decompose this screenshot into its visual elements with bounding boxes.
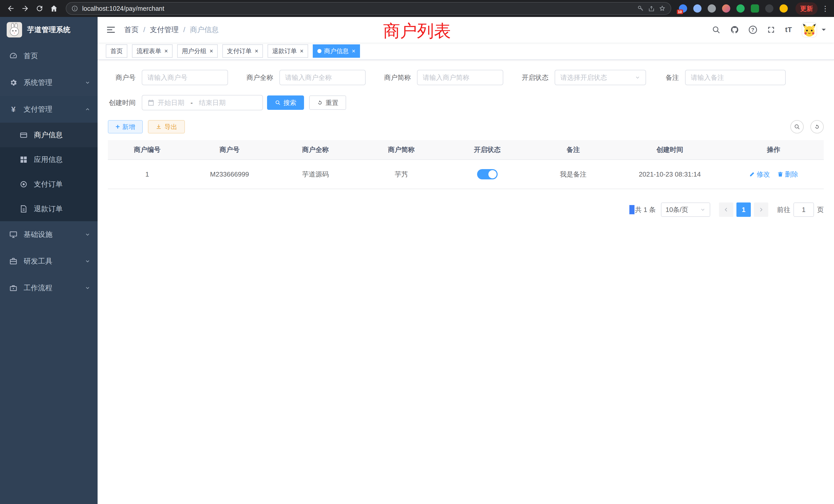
close-icon[interactable]: × (164, 48, 168, 54)
key-icon[interactable] (637, 5, 644, 12)
extension-icon-3[interactable] (708, 4, 716, 13)
merchant-name-input[interactable] (285, 74, 360, 82)
calendar-icon (147, 99, 155, 106)
extension-icon-5[interactable] (737, 4, 745, 13)
briefcase-icon (9, 284, 18, 292)
merchant-short-input[interactable] (423, 74, 498, 82)
cell-full-name: 芋道源码 (272, 160, 358, 189)
extension-icon-1[interactable]: 10 (679, 4, 687, 13)
dashboard-icon (9, 52, 18, 60)
sidebar-item-label: 系统管理 (24, 78, 52, 88)
extension-icon-2[interactable] (693, 4, 702, 13)
tab-process-form[interactable]: 流程表单× (132, 44, 173, 58)
field-label: 创建时间 (108, 98, 142, 107)
tab-label: 用户分组 (182, 47, 206, 55)
tab-user-group[interactable]: 用户分组× (177, 44, 218, 58)
column-header: 操作 (724, 140, 824, 160)
font-size-icon[interactable]: tT (785, 26, 792, 34)
breadcrumb-current: 商户信息 (190, 25, 219, 35)
status-select[interactable]: 请选择开启状态 (555, 70, 646, 85)
sidebar-item-merchant-info[interactable]: 商户信息 (0, 123, 97, 147)
help-icon[interactable]: ? (749, 26, 757, 34)
select-placeholder: 请选择开启状态 (560, 73, 607, 82)
breadcrumb-payment[interactable]: 支付管理 (150, 25, 179, 35)
sidebar-item-infrastructure[interactable]: 基础设施 (0, 221, 97, 248)
search-button[interactable]: 搜索 (267, 95, 304, 110)
close-icon[interactable]: × (255, 48, 258, 54)
refresh-icon[interactable] (810, 120, 824, 134)
sidebar-item-payment[interactable]: ¥ 支付管理 (0, 96, 97, 123)
date-range-picker[interactable]: 开始日期 - 结束日期 (142, 95, 263, 110)
sidebar-item-app-info[interactable]: 应用信息 (0, 147, 97, 172)
next-page-button[interactable] (754, 203, 768, 217)
url-text[interactable]: localhost:1024/pay/merchant (82, 5, 633, 12)
close-icon[interactable]: × (210, 48, 213, 54)
cell-create-time: 2021-10-23 08:31:14 (616, 160, 723, 189)
app-logo[interactable]: 芋道管理系统 (0, 17, 97, 43)
caret-down-icon[interactable] (822, 29, 826, 33)
export-button[interactable]: 导出 (148, 120, 185, 134)
close-icon[interactable]: × (352, 48, 355, 54)
avatar[interactable] (802, 22, 817, 38)
close-icon[interactable]: × (300, 48, 304, 54)
delete-link-label: 删除 (785, 170, 798, 179)
sidebar-item-label: 基础设施 (24, 230, 52, 239)
add-button[interactable]: + 新增 (108, 120, 143, 134)
sidebar-item-home[interactable]: 首页 (0, 43, 97, 69)
sidebar-item-label: 支付管理 (24, 105, 52, 114)
edit-link[interactable]: 修改 (749, 170, 770, 179)
home-icon[interactable] (47, 2, 61, 15)
reset-button[interactable]: 重置 (309, 95, 346, 110)
sidebar: 芋道管理系统 首页 系统管理 ¥ 支付管理 商户信息 (0, 17, 97, 504)
chevron-down-icon (85, 80, 90, 86)
extension-icon-6[interactable] (751, 4, 759, 13)
prev-page-button[interactable] (719, 203, 733, 217)
sidebar-item-label: 工作流程 (24, 283, 52, 293)
extension-icon-4[interactable] (722, 4, 730, 13)
share-icon[interactable] (648, 5, 655, 12)
monitor-icon (9, 230, 18, 239)
fullscreen-icon[interactable] (767, 25, 775, 34)
plus-icon: + (115, 123, 120, 130)
page-size-select[interactable]: 10条/页 (661, 203, 710, 217)
sidebar-item-dev-tools[interactable]: 研发工具 (0, 248, 97, 275)
status-toggle[interactable] (477, 169, 498, 179)
sidebar-item-workflow[interactable]: 工作流程 (0, 275, 97, 301)
page-number-button[interactable]: 1 (737, 203, 751, 217)
sidebar-item-pay-order[interactable]: 支付订单 (0, 172, 97, 197)
tab-merchant-info[interactable]: 商户信息× (313, 44, 360, 58)
chevron-up-icon (85, 107, 90, 112)
tab-pay-order[interactable]: 支付订单× (222, 44, 263, 58)
github-icon[interactable] (730, 25, 739, 34)
tab-refund-order[interactable]: 退款订单× (267, 44, 308, 58)
browser-update-button[interactable]: 更新 (795, 2, 817, 15)
toggle-search-icon[interactable] (790, 120, 804, 134)
extension-icon-7[interactable] (765, 4, 773, 13)
breadcrumb-separator: / (183, 26, 185, 34)
reload-icon[interactable] (33, 2, 46, 15)
export-button-label: 导出 (164, 123, 177, 131)
site-info-icon[interactable] (71, 5, 78, 12)
sidebar-item-system[interactable]: 系统管理 (0, 69, 97, 96)
field-label: 商户全称 (239, 73, 279, 82)
forward-icon[interactable] (19, 2, 32, 15)
goto-page-input[interactable] (793, 203, 814, 217)
cell-merchant-no: M233666999 (187, 160, 273, 189)
bookmark-star-icon[interactable] (659, 5, 665, 12)
back-icon[interactable] (4, 2, 18, 15)
column-header: 开启状态 (444, 140, 530, 160)
sidebar-item-refund-order[interactable]: 退款订单 (0, 197, 97, 221)
tab-home[interactable]: 首页 (106, 44, 127, 58)
delete-link[interactable]: 删除 (777, 170, 798, 179)
text-selection-artifact (629, 205, 635, 214)
page-size-value: 10条/页 (665, 205, 688, 214)
url-bar[interactable]: localhost:1024/pay/merchant (66, 2, 671, 15)
breadcrumb-home[interactable]: 首页 (124, 25, 139, 35)
field-label: 开启状态 (514, 73, 555, 82)
merchant-no-input[interactable] (147, 74, 222, 82)
remark-input[interactable] (691, 74, 780, 82)
hamburger-icon[interactable] (106, 25, 116, 35)
browser-menu-icon[interactable]: ⋮ (821, 4, 830, 13)
extension-icon-8[interactable] (780, 4, 788, 13)
search-icon[interactable] (712, 25, 721, 34)
